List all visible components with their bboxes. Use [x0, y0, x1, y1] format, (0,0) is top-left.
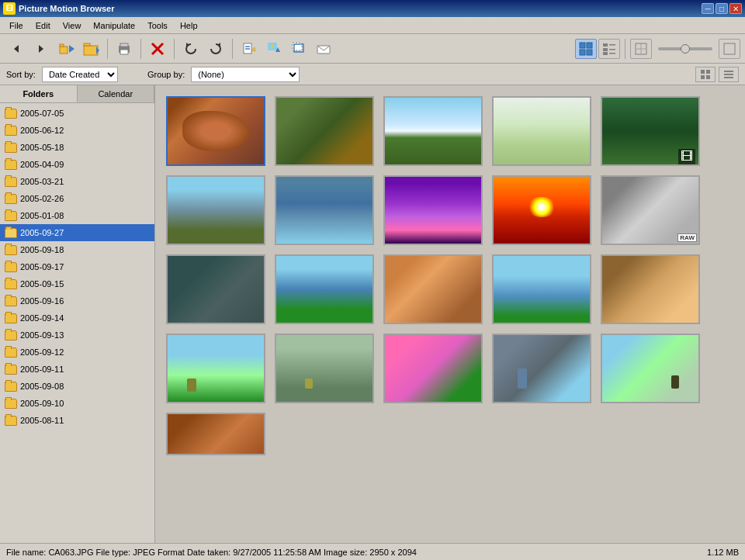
folder-item[interactable]: 2005-09-18 [0, 241, 154, 258]
folder-item[interactable]: 2005-02-26 [0, 190, 154, 207]
minimize-button[interactable]: ─ [702, 3, 714, 14]
thumbnail-image [383, 254, 483, 324]
view-grid-button[interactable] [575, 39, 597, 59]
folder-item[interactable]: 2005-04-09 [0, 156, 154, 173]
svg-rect-30 [609, 44, 615, 46]
thumbnail-item[interactable] [166, 413, 265, 455]
svg-rect-42 [706, 75, 710, 79]
thumbnail-item[interactable] [275, 334, 374, 403]
sort-select[interactable]: Date Created File Name File Size File Ty… [42, 67, 118, 82]
view-large-button[interactable] [719, 39, 740, 59]
rotate-cw-button[interactable] [204, 37, 227, 60]
svg-rect-31 [603, 48, 608, 51]
thumbnail-image [166, 175, 265, 245]
folder-item[interactable]: 2005-09-13 [0, 327, 154, 344]
thumbnail-item[interactable]: 🎞 [601, 96, 700, 166]
thumbnail-image [383, 96, 483, 166]
folder-item[interactable]: 2005-09-14 [0, 309, 154, 327]
thumbnail-item[interactable] [383, 334, 483, 403]
thumbnail-item[interactable] [166, 175, 265, 245]
thumbnail-item[interactable] [275, 254, 374, 324]
svg-rect-43 [724, 71, 733, 72]
group-select[interactable]: (None) Date Folder Type [191, 67, 300, 82]
thumbnail-image [492, 334, 591, 403]
svg-rect-6 [84, 43, 90, 46]
folder-icon [5, 347, 17, 358]
menu-tools[interactable]: Tools [141, 19, 174, 32]
crop-button[interactable] [287, 37, 310, 60]
menu-help[interactable]: Help [174, 19, 204, 32]
thumbnail-item[interactable] [275, 96, 374, 166]
view-toggle-1[interactable] [695, 67, 716, 82]
menu-view[interactable]: View [57, 19, 88, 32]
folder-item[interactable]: 2005-09-10 [0, 395, 154, 412]
thumbnail-item[interactable] [601, 254, 700, 324]
thumbnail-item[interactable] [383, 96, 483, 166]
print-button[interactable] [113, 37, 136, 60]
thumbnail-item[interactable] [492, 334, 591, 403]
close-button[interactable]: ✕ [729, 3, 742, 14]
send-button[interactable] [312, 37, 335, 60]
folder-icon [5, 211, 17, 221]
view-small-button[interactable] [630, 39, 652, 59]
app-title: Picture Motion Browser [19, 4, 114, 13]
folder-item[interactable]: 2005-09-17 [0, 258, 154, 275]
thumbnail-item[interactable] [383, 175, 483, 245]
folder-item[interactable]: 2005-03-21 [0, 173, 154, 190]
thumbnail-item[interactable]: RAW [601, 175, 700, 245]
folder-item[interactable]: 2005-09-11 [0, 361, 154, 378]
enhance-button[interactable] [262, 37, 286, 60]
tab-folders[interactable]: Folders [0, 85, 78, 102]
menu-edit[interactable]: Edit [29, 19, 57, 32]
import-button[interactable] [54, 37, 78, 60]
thumbnail-item[interactable] [166, 254, 265, 324]
folder-icon [5, 279, 17, 289]
folder-item-selected[interactable]: 2005-09-27 [0, 224, 154, 241]
folder-item[interactable]: 2005-07-05 [0, 105, 154, 122]
rotate-ccw-button[interactable] [179, 37, 203, 60]
folder-button[interactable] [79, 37, 102, 60]
thumbnail-item[interactable] [492, 175, 591, 245]
maximize-button[interactable]: □ [716, 3, 728, 14]
thumbnail-image [166, 413, 265, 455]
folder-item[interactable]: 2005-09-08 [0, 378, 154, 395]
thumbnail-item[interactable] [601, 334, 700, 403]
folder-item[interactable]: 2005-06-12 [0, 122, 154, 139]
folder-icon [5, 365, 17, 375]
view-toggle-2[interactable] [719, 67, 739, 82]
thumbnail-item[interactable] [492, 254, 591, 324]
view-sep [625, 39, 625, 59]
svg-rect-41 [701, 75, 705, 79]
thumbnail-image [601, 254, 700, 324]
app-icon: 🎞 [3, 2, 16, 15]
zoom-slider[interactable] [658, 47, 712, 50]
thumbnail-item[interactable] [166, 96, 265, 166]
delete-button[interactable] [146, 37, 169, 60]
menu-manipulate[interactable]: Manipulate [87, 19, 141, 32]
edit-button[interactable] [237, 37, 261, 60]
folder-icon [5, 143, 17, 153]
content-area[interactable]: 🎞 [155, 85, 745, 543]
toolbar-sep2 [140, 39, 141, 59]
folder-item[interactable]: 2005-05-18 [0, 139, 154, 156]
folder-item[interactable]: 2005-01-08 [0, 207, 154, 224]
folder-item[interactable]: 2005-08-11 [0, 412, 154, 429]
view-list-button[interactable] [598, 39, 620, 59]
folder-item[interactable]: 2005-09-16 [0, 292, 154, 309]
menu-file[interactable]: File [3, 19, 29, 32]
thumbnail-item[interactable] [492, 96, 591, 166]
thumbnail-item[interactable] [383, 254, 483, 324]
back-button[interactable] [5, 37, 28, 60]
forward-button[interactable] [29, 37, 53, 60]
tab-calendar[interactable]: Calendar [78, 85, 155, 102]
thumbnail-item[interactable] [166, 334, 265, 403]
svg-marker-4 [69, 45, 74, 53]
svg-rect-25 [580, 43, 585, 48]
folder-item[interactable]: 2005-09-12 [0, 344, 154, 361]
thumbnail-image [166, 96, 265, 166]
sidebar: Folders Calendar 2005-07-05 2005-06-12 2… [0, 85, 155, 543]
svg-marker-13 [186, 43, 189, 47]
folder-item[interactable]: 2005-09-15 [0, 275, 154, 292]
thumbnail-item[interactable] [275, 175, 374, 245]
folder-list[interactable]: 2005-07-05 2005-06-12 2005-05-18 2005-04… [0, 103, 154, 543]
